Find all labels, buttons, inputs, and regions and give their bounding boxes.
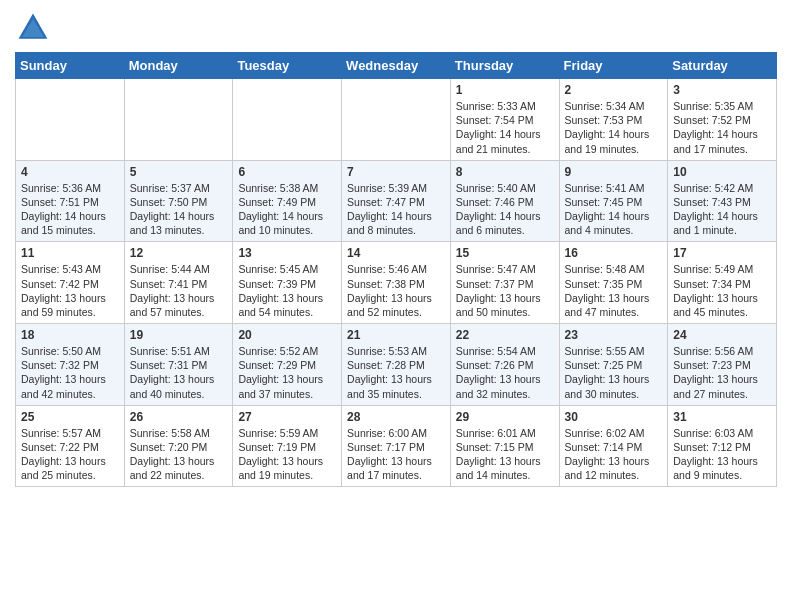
day-info: Sunrise: 5:41 AMSunset: 7:45 PMDaylight:… (565, 181, 663, 238)
day-info: Sunrise: 5:59 AMSunset: 7:19 PMDaylight:… (238, 426, 336, 483)
day-info: Sunrise: 5:36 AMSunset: 7:51 PMDaylight:… (21, 181, 119, 238)
calendar-header: SundayMondayTuesdayWednesdayThursdayFrid… (16, 53, 777, 79)
day-info: Sunrise: 5:53 AMSunset: 7:28 PMDaylight:… (347, 344, 445, 401)
day-info: Sunrise: 5:56 AMSunset: 7:23 PMDaylight:… (673, 344, 771, 401)
day-number: 16 (565, 246, 663, 260)
day-number: 19 (130, 328, 228, 342)
day-cell: 2 Sunrise: 5:34 AMSunset: 7:53 PMDayligh… (559, 79, 668, 161)
day-cell: 27 Sunrise: 5:59 AMSunset: 7:19 PMDaylig… (233, 405, 342, 487)
day-cell: 30 Sunrise: 6:02 AMSunset: 7:14 PMDaylig… (559, 405, 668, 487)
page: SundayMondayTuesdayWednesdayThursdayFrid… (0, 0, 792, 497)
day-cell: 16 Sunrise: 5:48 AMSunset: 7:35 PMDaylig… (559, 242, 668, 324)
day-info: Sunrise: 5:49 AMSunset: 7:34 PMDaylight:… (673, 262, 771, 319)
day-info: Sunrise: 6:02 AMSunset: 7:14 PMDaylight:… (565, 426, 663, 483)
logo-icon (15, 10, 51, 46)
col-header-friday: Friday (559, 53, 668, 79)
col-header-wednesday: Wednesday (342, 53, 451, 79)
day-cell: 19 Sunrise: 5:51 AMSunset: 7:31 PMDaylig… (124, 324, 233, 406)
day-cell (342, 79, 451, 161)
day-number: 29 (456, 410, 554, 424)
day-number: 20 (238, 328, 336, 342)
day-cell: 20 Sunrise: 5:52 AMSunset: 7:29 PMDaylig… (233, 324, 342, 406)
day-cell: 7 Sunrise: 5:39 AMSunset: 7:47 PMDayligh… (342, 160, 451, 242)
day-number: 3 (673, 83, 771, 97)
day-number: 27 (238, 410, 336, 424)
calendar-table: SundayMondayTuesdayWednesdayThursdayFrid… (15, 52, 777, 487)
col-header-thursday: Thursday (450, 53, 559, 79)
day-number: 30 (565, 410, 663, 424)
day-number: 8 (456, 165, 554, 179)
day-info: Sunrise: 5:39 AMSunset: 7:47 PMDaylight:… (347, 181, 445, 238)
day-cell: 21 Sunrise: 5:53 AMSunset: 7:28 PMDaylig… (342, 324, 451, 406)
day-cell: 8 Sunrise: 5:40 AMSunset: 7:46 PMDayligh… (450, 160, 559, 242)
day-cell (16, 79, 125, 161)
day-info: Sunrise: 5:45 AMSunset: 7:39 PMDaylight:… (238, 262, 336, 319)
logo (15, 10, 55, 46)
day-cell: 11 Sunrise: 5:43 AMSunset: 7:42 PMDaylig… (16, 242, 125, 324)
col-header-monday: Monday (124, 53, 233, 79)
day-info: Sunrise: 5:43 AMSunset: 7:42 PMDaylight:… (21, 262, 119, 319)
day-cell: 15 Sunrise: 5:47 AMSunset: 7:37 PMDaylig… (450, 242, 559, 324)
day-cell: 22 Sunrise: 5:54 AMSunset: 7:26 PMDaylig… (450, 324, 559, 406)
day-number: 9 (565, 165, 663, 179)
day-info: Sunrise: 5:57 AMSunset: 7:22 PMDaylight:… (21, 426, 119, 483)
day-cell: 18 Sunrise: 5:50 AMSunset: 7:32 PMDaylig… (16, 324, 125, 406)
day-number: 13 (238, 246, 336, 260)
col-header-sunday: Sunday (16, 53, 125, 79)
day-number: 26 (130, 410, 228, 424)
day-number: 24 (673, 328, 771, 342)
day-info: Sunrise: 5:48 AMSunset: 7:35 PMDaylight:… (565, 262, 663, 319)
day-number: 15 (456, 246, 554, 260)
day-number: 25 (21, 410, 119, 424)
week-row-5: 25 Sunrise: 5:57 AMSunset: 7:22 PMDaylig… (16, 405, 777, 487)
week-row-1: 1 Sunrise: 5:33 AMSunset: 7:54 PMDayligh… (16, 79, 777, 161)
day-info: Sunrise: 5:55 AMSunset: 7:25 PMDaylight:… (565, 344, 663, 401)
day-cell: 28 Sunrise: 6:00 AMSunset: 7:17 PMDaylig… (342, 405, 451, 487)
day-cell (124, 79, 233, 161)
day-info: Sunrise: 5:42 AMSunset: 7:43 PMDaylight:… (673, 181, 771, 238)
day-number: 11 (21, 246, 119, 260)
day-number: 21 (347, 328, 445, 342)
day-info: Sunrise: 5:46 AMSunset: 7:38 PMDaylight:… (347, 262, 445, 319)
day-info: Sunrise: 5:47 AMSunset: 7:37 PMDaylight:… (456, 262, 554, 319)
day-number: 14 (347, 246, 445, 260)
day-number: 31 (673, 410, 771, 424)
day-info: Sunrise: 5:37 AMSunset: 7:50 PMDaylight:… (130, 181, 228, 238)
day-cell: 17 Sunrise: 5:49 AMSunset: 7:34 PMDaylig… (668, 242, 777, 324)
calendar-body: 1 Sunrise: 5:33 AMSunset: 7:54 PMDayligh… (16, 79, 777, 487)
col-header-saturday: Saturday (668, 53, 777, 79)
day-cell: 10 Sunrise: 5:42 AMSunset: 7:43 PMDaylig… (668, 160, 777, 242)
day-number: 1 (456, 83, 554, 97)
header-row: SundayMondayTuesdayWednesdayThursdayFrid… (16, 53, 777, 79)
day-cell: 13 Sunrise: 5:45 AMSunset: 7:39 PMDaylig… (233, 242, 342, 324)
day-info: Sunrise: 6:03 AMSunset: 7:12 PMDaylight:… (673, 426, 771, 483)
day-info: Sunrise: 5:52 AMSunset: 7:29 PMDaylight:… (238, 344, 336, 401)
day-info: Sunrise: 5:54 AMSunset: 7:26 PMDaylight:… (456, 344, 554, 401)
day-info: Sunrise: 5:35 AMSunset: 7:52 PMDaylight:… (673, 99, 771, 156)
day-cell (233, 79, 342, 161)
day-info: Sunrise: 5:44 AMSunset: 7:41 PMDaylight:… (130, 262, 228, 319)
day-info: Sunrise: 5:51 AMSunset: 7:31 PMDaylight:… (130, 344, 228, 401)
day-number: 10 (673, 165, 771, 179)
day-cell: 25 Sunrise: 5:57 AMSunset: 7:22 PMDaylig… (16, 405, 125, 487)
day-info: Sunrise: 6:01 AMSunset: 7:15 PMDaylight:… (456, 426, 554, 483)
day-cell: 4 Sunrise: 5:36 AMSunset: 7:51 PMDayligh… (16, 160, 125, 242)
day-cell: 26 Sunrise: 5:58 AMSunset: 7:20 PMDaylig… (124, 405, 233, 487)
day-number: 6 (238, 165, 336, 179)
header (15, 10, 777, 46)
day-info: Sunrise: 5:50 AMSunset: 7:32 PMDaylight:… (21, 344, 119, 401)
day-number: 7 (347, 165, 445, 179)
day-cell: 24 Sunrise: 5:56 AMSunset: 7:23 PMDaylig… (668, 324, 777, 406)
week-row-2: 4 Sunrise: 5:36 AMSunset: 7:51 PMDayligh… (16, 160, 777, 242)
day-info: Sunrise: 5:38 AMSunset: 7:49 PMDaylight:… (238, 181, 336, 238)
day-cell: 5 Sunrise: 5:37 AMSunset: 7:50 PMDayligh… (124, 160, 233, 242)
day-number: 28 (347, 410, 445, 424)
day-number: 22 (456, 328, 554, 342)
day-cell: 14 Sunrise: 5:46 AMSunset: 7:38 PMDaylig… (342, 242, 451, 324)
day-number: 17 (673, 246, 771, 260)
day-number: 2 (565, 83, 663, 97)
day-cell: 9 Sunrise: 5:41 AMSunset: 7:45 PMDayligh… (559, 160, 668, 242)
week-row-4: 18 Sunrise: 5:50 AMSunset: 7:32 PMDaylig… (16, 324, 777, 406)
day-number: 12 (130, 246, 228, 260)
day-cell: 12 Sunrise: 5:44 AMSunset: 7:41 PMDaylig… (124, 242, 233, 324)
